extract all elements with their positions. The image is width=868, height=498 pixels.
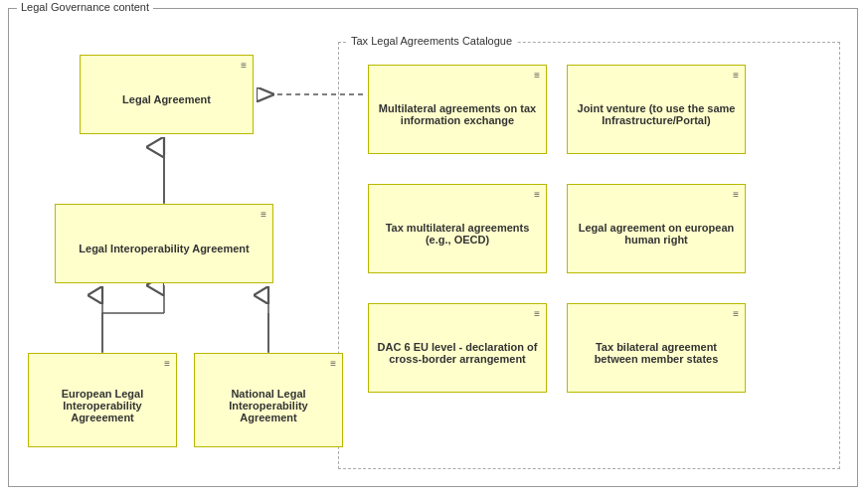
national-legal-label: National Legal Interoperability Agreemen… — [195, 370, 342, 431]
joint-venture-box[interactable]: ≡ Joint venture (to use the same Infrast… — [567, 65, 746, 154]
dac6-label: DAC 6 EU level - declaration of cross-bo… — [369, 323, 546, 373]
european-legal-box[interactable]: ≡ European Legal Interoperability Agreee… — [28, 353, 177, 447]
legal-interop-box[interactable]: ≡ Legal Interoperability Agreement — [55, 204, 273, 283]
dac6-box[interactable]: ≡ DAC 6 EU level - declaration of cross-… — [368, 303, 547, 393]
tax-bilateral-label: Tax bilateral agreement between member s… — [568, 323, 745, 373]
legal-agreement-icon: ≡ — [241, 60, 247, 71]
dac6-icon: ≡ — [534, 308, 540, 319]
multilateral-icon: ≡ — [534, 70, 540, 81]
tax-multilateral-box[interactable]: ≡ Tax multilateral agreements (e.g., OEC… — [368, 184, 547, 273]
legal-european-label: Legal agreement on european human right — [568, 204, 745, 253]
diagram-container: Legal Governance content Tax Legal Agree… — [0, 0, 868, 498]
joint-venture-icon: ≡ — [733, 70, 739, 81]
legal-european-box[interactable]: ≡ Legal agreement on european human righ… — [567, 184, 746, 273]
tax-multilateral-icon: ≡ — [534, 189, 540, 200]
legal-agreement-label: Legal Agreement — [114, 76, 219, 113]
european-legal-label: European Legal Interoperability Agreeeme… — [29, 370, 176, 431]
tax-catalogue-label: Tax Legal Agreements Catalogue — [347, 35, 516, 47]
tax-multilateral-label: Tax multilateral agreements (e.g., OECD) — [369, 204, 546, 253]
joint-venture-label: Joint venture (to use the same Infrastru… — [568, 84, 745, 134]
european-legal-icon: ≡ — [164, 358, 170, 369]
multilateral-box[interactable]: ≡ Multilateral agreements on tax informa… — [368, 65, 547, 154]
legal-european-icon: ≡ — [733, 189, 739, 200]
tax-bilateral-box[interactable]: ≡ Tax bilateral agreement between member… — [567, 303, 746, 393]
legal-agreement-box[interactable]: ≡ Legal Agreement — [80, 55, 254, 134]
national-legal-icon: ≡ — [330, 358, 336, 369]
legal-governance-label: Legal Governance content — [17, 1, 153, 13]
tax-bilateral-icon: ≡ — [733, 308, 739, 319]
legal-interop-icon: ≡ — [260, 209, 266, 220]
multilateral-label: Multilateral agreements on tax informati… — [369, 84, 546, 134]
legal-interop-label: Legal Interoperability Agreement — [71, 225, 257, 262]
national-legal-box[interactable]: ≡ National Legal Interoperability Agreem… — [194, 353, 343, 447]
